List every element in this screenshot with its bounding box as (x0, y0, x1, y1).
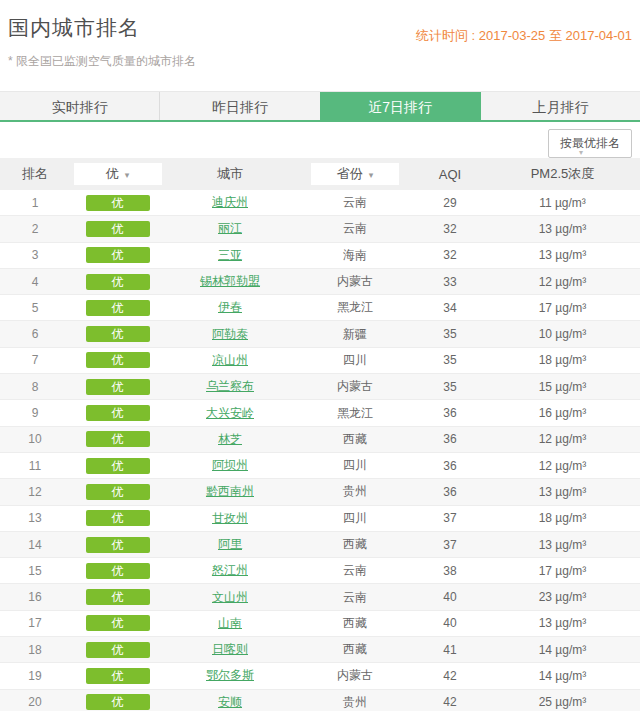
level-filter-value: 优 (106, 165, 119, 183)
city-link[interactable]: 锡林郭勒盟 (200, 274, 260, 288)
table-row: 19 优 鄂尔多斯 内蒙古 42 14 µg/m³ (0, 663, 640, 689)
tab-last7days-ranking[interactable]: 近7日排行 (320, 92, 480, 120)
aqi-cell: 37 (415, 538, 485, 552)
province-cell: 内蒙古 (295, 273, 415, 290)
table-row: 18 优 日喀则 西藏 41 14 µg/m³ (0, 637, 640, 663)
aqi-cell: 41 (415, 643, 485, 657)
level-badge: 优 (86, 405, 150, 421)
pm25-cell: 12 µg/m³ (485, 459, 640, 473)
pm25-cell: 14 µg/m³ (485, 643, 640, 657)
rank-cell: 15 (0, 564, 70, 578)
table-row: 11 优 阿坝州 四川 36 12 µg/m³ (0, 453, 640, 479)
level-filter-dropdown[interactable]: 优 ▾ (74, 163, 162, 185)
tab-realtime-ranking[interactable]: 实时排行 (0, 92, 159, 120)
level-badge: 优 (86, 615, 150, 631)
aqi-cell: 36 (415, 485, 485, 499)
table-row: 20 优 安顺 贵州 42 25 µg/m³ (0, 690, 640, 711)
rank-cell: 13 (0, 511, 70, 525)
level-badge: 优 (86, 326, 150, 342)
city-link[interactable]: 阿坝州 (212, 458, 248, 472)
level-badge: 优 (86, 458, 150, 474)
sort-by-best-button[interactable]: 按最优排名 (548, 129, 632, 158)
pm25-cell: 13 µg/m³ (485, 222, 640, 236)
city-link[interactable]: 大兴安岭 (206, 406, 254, 420)
city-link[interactable]: 黔西南州 (206, 484, 254, 498)
pm25-cell: 18 µg/m³ (485, 353, 640, 367)
province-cell: 内蒙古 (295, 667, 415, 684)
province-cell: 内蒙古 (295, 378, 415, 395)
level-badge: 优 (86, 247, 150, 263)
tab-yesterday-ranking[interactable]: 昨日排行 (159, 92, 319, 120)
province-cell: 贵州 (295, 483, 415, 500)
city-link[interactable]: 阿里 (218, 537, 242, 551)
aqi-cell: 35 (415, 353, 485, 367)
pm25-cell: 12 µg/m³ (485, 275, 640, 289)
city-link[interactable]: 文山州 (212, 590, 248, 604)
rank-cell: 20 (0, 695, 70, 709)
city-link[interactable]: 凉山州 (212, 353, 248, 367)
level-badge: 优 (86, 484, 150, 500)
page-header: 国内城市排名 统计时间 : 2017-03-25 至 2017-04-01 * … (0, 0, 640, 70)
rank-cell: 9 (0, 406, 70, 420)
rank-cell: 8 (0, 380, 70, 394)
aqi-cell: 34 (415, 301, 485, 315)
table-row: 12 优 黔西南州 贵州 36 13 µg/m³ (0, 479, 640, 505)
province-cell: 黑龙江 (295, 405, 415, 422)
province-cell: 黑龙江 (295, 299, 415, 316)
level-badge: 优 (86, 431, 150, 447)
city-link[interactable]: 林芝 (218, 432, 242, 446)
city-link[interactable]: 安顺 (218, 695, 242, 709)
stat-time-range: 统计时间 : 2017-03-25 至 2017-04-01 (416, 27, 632, 45)
province-filter-dropdown[interactable]: 省份 ▾ (311, 163, 399, 185)
rank-cell: 12 (0, 485, 70, 499)
province-cell: 海南 (295, 247, 415, 264)
pm25-cell: 13 µg/m³ (485, 485, 640, 499)
table-row: 6 优 阿勒泰 新疆 35 10 µg/m³ (0, 321, 640, 347)
table-row: 1 优 迪庆州 云南 29 11 µg/m³ (0, 190, 640, 216)
aqi-cell: 36 (415, 459, 485, 473)
city-link[interactable]: 伊春 (218, 300, 242, 314)
city-link[interactable]: 乌兰察布 (206, 379, 254, 393)
table-body: 1 优 迪庆州 云南 29 11 µg/m³ 2 优 丽江 云南 32 13 µ… (0, 190, 640, 711)
table-row: 4 优 锡林郭勒盟 内蒙古 33 12 µg/m³ (0, 269, 640, 295)
caret-down-icon: ▾ (369, 169, 374, 180)
table-row: 9 优 大兴安岭 黑龙江 36 16 µg/m³ (0, 400, 640, 426)
city-link[interactable]: 日喀则 (212, 642, 248, 656)
pm25-cell: 15 µg/m³ (485, 380, 640, 394)
table-row: 10 优 林芝 西藏 36 12 µg/m³ (0, 427, 640, 453)
rank-cell: 11 (0, 459, 70, 473)
city-link[interactable]: 丽江 (218, 221, 242, 235)
city-link[interactable]: 怒江州 (212, 563, 248, 577)
rank-cell: 1 (0, 196, 70, 210)
level-badge: 优 (86, 537, 150, 553)
rank-cell: 14 (0, 538, 70, 552)
city-link[interactable]: 迪庆州 (212, 195, 248, 209)
table-row: 14 优 阿里 西藏 37 13 µg/m³ (0, 532, 640, 558)
level-badge: 优 (86, 668, 150, 684)
rank-cell: 19 (0, 669, 70, 683)
aqi-cell: 42 (415, 669, 485, 683)
city-ranking-page: 国内城市排名 统计时间 : 2017-03-25 至 2017-04-01 * … (0, 0, 640, 711)
table-toolbar: 按最优排名 ▾ (0, 122, 640, 158)
province-cell: 西藏 (295, 431, 415, 448)
city-link[interactable]: 鄂尔多斯 (206, 668, 254, 682)
pm25-cell: 13 µg/m³ (485, 538, 640, 552)
level-badge: 优 (86, 300, 150, 316)
caret-down-icon: ▾ (125, 169, 130, 180)
pm25-cell: 17 µg/m³ (485, 564, 640, 578)
level-badge: 优 (86, 589, 150, 605)
city-link[interactable]: 三亚 (218, 248, 242, 262)
pm25-cell: 14 µg/m³ (485, 669, 640, 683)
city-link[interactable]: 甘孜州 (212, 511, 248, 525)
city-link[interactable]: 阿勒泰 (212, 327, 248, 341)
table-row: 2 优 丽江 云南 32 13 µg/m³ (0, 216, 640, 242)
province-filter-value: 省份 (337, 165, 363, 183)
pm25-cell: 18 µg/m³ (485, 511, 640, 525)
aqi-cell: 36 (415, 406, 485, 420)
level-badge: 优 (86, 642, 150, 658)
table-row: 8 优 乌兰察布 内蒙古 35 15 µg/m³ (0, 374, 640, 400)
column-header-aqi: AQI (415, 167, 485, 182)
tab-lastmonth-ranking[interactable]: 上月排行 (480, 92, 640, 120)
city-link[interactable]: 山南 (218, 616, 242, 630)
aqi-cell: 36 (415, 432, 485, 446)
